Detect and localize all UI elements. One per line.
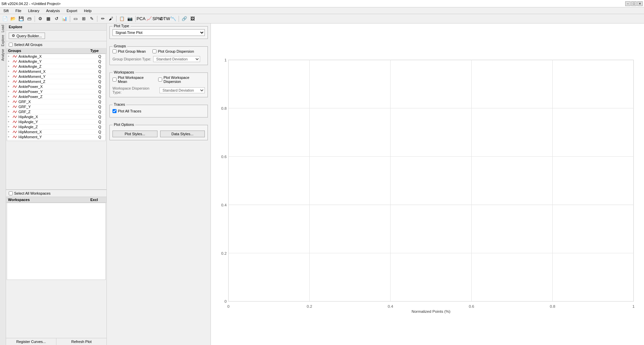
query-builder-label: Query Builder... (16, 34, 42, 38)
group-name-text: AnkleAngle_Y (18, 59, 95, 63)
close-button[interactable]: ✕ (637, 1, 643, 6)
traces-group: Traces Plot All Traces (109, 105, 208, 117)
sidenav-analyse[interactable]: Analyse (0, 48, 5, 62)
plot-group-mean-label[interactable]: Plot Group Mean (118, 49, 146, 53)
plot-workspace-dispersion-label[interactable]: Plot Workspace Dispersion (164, 76, 205, 84)
settings-button[interactable]: ⚙ (37, 15, 44, 22)
open-button[interactable]: 📂 (9, 15, 17, 22)
chart-svg: 1 0.8 0.6 0.4 0.2 0 0 0.2 0.4 0.6 0.8 1 … (214, 27, 641, 342)
refresh-button[interactable]: ↺ (53, 15, 60, 22)
select-all-groups-checkbox[interactable] (9, 43, 13, 47)
screenshot-button[interactable]: 🖼 (189, 15, 196, 22)
plot-group-dispersion-checkbox[interactable] (152, 49, 156, 53)
link-button[interactable]: 🔗 (181, 15, 188, 22)
restore-button[interactable]: □ (631, 1, 637, 6)
color-button[interactable]: 🖌 (107, 15, 114, 22)
chart-svg-container: 1 0.8 0.6 0.4 0.2 0 0 0.2 0.4 0.6 0.8 1 … (214, 27, 641, 342)
group-row[interactable]: +AnklePower_XQ (7, 84, 105, 89)
annotate-button[interactable]: ✏ (99, 15, 106, 22)
plot-group-dispersion-row: Plot Group Dispersion (152, 49, 194, 53)
group-row[interactable]: +AnkleMoment_ZQ (7, 79, 105, 84)
minimize-button[interactable]: – (625, 1, 631, 6)
menu-help[interactable]: Help (82, 8, 94, 13)
group-row[interactable]: +GRF_YQ (7, 104, 105, 109)
plot-all-traces-checkbox[interactable] (112, 109, 117, 113)
group-row[interactable]: +GRF_XQ (7, 99, 105, 104)
plot-type-select[interactable]: Signal-Time Plot Phase Plot XY Plot (112, 29, 205, 36)
group-row[interactable]: +HipAngle_ZQ (7, 125, 105, 130)
menu-library[interactable]: Library (26, 8, 42, 13)
group-button[interactable]: ⊞ (80, 15, 87, 22)
plot-workspace-mean-checkbox[interactable] (112, 78, 117, 82)
group-row[interactable]: +AnklePower_ZQ (7, 94, 105, 99)
group-row[interactable]: +HipMoment_ZQ (7, 140, 105, 141)
new-button[interactable]: 📄 (1, 15, 9, 22)
y-tick-04: 0.4 (221, 203, 227, 207)
plot-all-traces-label[interactable]: Plot All Traces (118, 109, 141, 113)
group-row[interactable]: +AnkleAngle_ZQ (7, 64, 105, 69)
refresh-plot-button[interactable]: Refresh Plot (56, 338, 106, 345)
sidenav-explore[interactable]: Explore (0, 34, 5, 48)
select-all-workspaces-label[interactable]: Select All Workspaces (14, 191, 51, 195)
x-tick-04: 0.4 (388, 304, 394, 308)
group-dispersion-type-select[interactable]: Standard Deviation Standard Error Min/Ma… (153, 56, 200, 62)
query-builder-button[interactable]: ⚙ Query Builder... (9, 33, 45, 39)
plot-workspace-dispersion-checkbox[interactable] (158, 78, 162, 82)
workspaces-container: Workspaces Excl (6, 197, 106, 338)
menu-sift[interactable]: Sift (1, 8, 11, 13)
group-row[interactable]: +AnkleAngle_XQ (7, 54, 105, 59)
export-button[interactable]: 📊 (61, 15, 68, 22)
sidenav-load[interactable]: Load (0, 23, 5, 34)
analysis-button[interactable]: 📉 (170, 15, 177, 22)
menu-analysis[interactable]: Analysis (44, 8, 62, 13)
group-row[interactable]: +AnkleMoment_YQ (7, 74, 105, 79)
group-row[interactable]: +HipAngle_YQ (7, 119, 105, 125)
table-button[interactable]: 📋 (118, 15, 126, 22)
plot-styles-button[interactable]: Plot Styles... (112, 131, 157, 137)
plot-workspace-mean-label[interactable]: Plot Workspace Mean (118, 76, 151, 84)
menu-export[interactable]: Export (64, 8, 79, 13)
trend-button[interactable]: 📈 (145, 15, 153, 22)
toolbar-sep-5 (135, 16, 136, 22)
group-type-text: Q (95, 59, 105, 63)
menu-file[interactable]: File (13, 8, 24, 13)
workspaces-scroll[interactable] (7, 203, 106, 280)
workspace-dispersion-type-select[interactable]: Standard Deviation Standard Error Min/Ma… (159, 87, 205, 93)
menu-bar: Sift File Library Analysis Export Help (0, 7, 644, 14)
group-row[interactable]: +HipMoment_YQ (7, 135, 105, 140)
group-color-icon (12, 69, 18, 73)
plot-all-traces-row: Plot All Traces (112, 109, 205, 113)
camera-button[interactable]: 📷 (126, 15, 134, 22)
groups-checkbox-columns: Plot Group Mean Plot Group Dispersion (112, 49, 205, 55)
chart-background (228, 60, 634, 302)
group-color-icon (12, 75, 18, 79)
group-row[interactable]: +AnkleMoment_XQ (7, 69, 105, 74)
group-row[interactable]: +AnkleAngle_YQ (7, 59, 105, 64)
group-row[interactable]: +HipMoment_XQ (7, 130, 105, 135)
pca-button[interactable]: PCA (137, 15, 145, 22)
group-dispersion-type-label: Group Dispersion Type: (112, 57, 151, 61)
plot-group-mean-checkbox[interactable] (112, 49, 117, 53)
select-all-groups-label[interactable]: Select All Groups (14, 43, 42, 47)
save-button[interactable]: 💾 (17, 15, 25, 22)
plot-group-dispersion-label[interactable]: Plot Group Dispersion (158, 49, 194, 53)
draw-button[interactable]: ▭ (72, 15, 79, 22)
rename-button[interactable]: ✎ (88, 15, 95, 22)
spm-button[interactable]: SPM (153, 15, 161, 22)
group-expand-icon: + (8, 70, 12, 73)
group-color-icon (12, 54, 18, 58)
plot-options-buttons: Plot Styles... Data Styles... (112, 131, 205, 137)
data-styles-button[interactable]: Data Styles... (160, 131, 205, 137)
explore-header: Explore (6, 23, 106, 31)
select-all-workspaces-checkbox[interactable] (9, 191, 13, 195)
grid-button[interactable]: ▦ (45, 15, 52, 22)
group-expand-icon: + (8, 120, 12, 124)
register-curves-button[interactable]: Register Curves... (6, 338, 56, 345)
dtw-button[interactable]: DTW (162, 15, 169, 22)
group-row[interactable]: +GRF_ZQ (7, 109, 105, 114)
group-row[interactable]: +AnklePower_YQ (7, 89, 105, 94)
groups-scroll[interactable]: +AnkleAngle_XQ+AnkleAngle_YQ+AnkleAngle_… (7, 54, 106, 141)
plot-group-mean-row: Plot Group Mean (112, 49, 146, 53)
saveas-button[interactable]: 🗃 (26, 15, 33, 22)
group-row[interactable]: +HipAngle_XQ (7, 114, 105, 119)
